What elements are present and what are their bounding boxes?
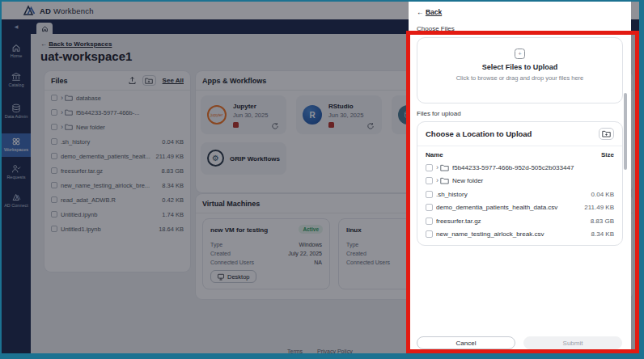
location-list: › f5b44233-5977-466b-952d-505c2b033447 ›… (417, 161, 622, 241)
submit-button[interactable]: Submit (523, 336, 622, 349)
file-name: demo_dementia_patients_health_data.csv (436, 204, 584, 211)
location-row[interactable]: .sh_history 0.04 KB (417, 188, 622, 201)
location-row[interactable]: › f5b44233-5977-466b-952d-505c2b033447 (417, 161, 622, 175)
row-checkbox[interactable] (426, 204, 433, 211)
screenshot-frame: AD Workbench ◀ Home (0, 0, 644, 359)
file-size: 8.34 KB (591, 230, 614, 238)
row-checkbox[interactable] (426, 191, 433, 198)
location-row[interactable]: new_name_testing_airlock_break.csv 8.34 … (417, 228, 622, 242)
file-size: 211.49 KB (584, 204, 614, 211)
file-size: 0.04 KB (591, 191, 614, 198)
arrow-left-icon: ← (417, 8, 424, 16)
file-name: New folder (452, 177, 614, 184)
cancel-button[interactable]: Cancel (417, 336, 515, 349)
folder-icon (440, 177, 449, 184)
chevron-right-icon[interactable]: › (436, 164, 439, 171)
file-name: .sh_history (436, 191, 591, 198)
location-row[interactable]: demo_dementia_patients_health_data.csv 2… (417, 201, 622, 215)
file-size: 8.83 GB (591, 218, 614, 225)
file-name: f5b44233-5977-466b-952d-505c2b033447 (452, 164, 614, 171)
file-upload-icon: + (515, 49, 525, 59)
new-folder-button[interactable] (599, 128, 614, 140)
column-name: Name (426, 151, 443, 158)
cancel-button-label: Cancel (456, 340, 477, 347)
row-checkbox[interactable] (426, 177, 433, 184)
dropzone-title: Select Files to Upload (417, 63, 622, 71)
file-name: freesurfer.tar.gz (436, 218, 591, 225)
folder-plus-icon (602, 130, 611, 137)
drawer-scrollbar[interactable] (624, 93, 627, 170)
files-for-upload-label: Files for upload (417, 110, 461, 117)
location-row[interactable]: › New folder (417, 175, 622, 188)
drawer-back-label: Back (426, 8, 442, 16)
row-checkbox[interactable] (426, 230, 433, 238)
row-checkbox[interactable] (426, 164, 433, 171)
location-card-title: Choose a Location to Upload (426, 129, 532, 138)
file-dropzone[interactable]: + Select Files to Upload Click to browse… (417, 37, 623, 103)
chevron-right-icon[interactable]: › (436, 177, 439, 184)
drawer-back-link[interactable]: ← Back (417, 8, 442, 16)
location-row[interactable]: freesurfer.tar.gz 8.83 GB (417, 214, 622, 228)
location-chooser-card: Choose a Location to Upload Name Size › (417, 121, 623, 246)
folder-icon (440, 164, 449, 171)
upload-drawer: ← Back Choose Files + Select Files to Up… (409, 2, 631, 353)
submit-button-label: Submit (563, 340, 583, 347)
dropzone-subtitle: Click to browse or drag and drop your fi… (417, 74, 622, 82)
file-name: new_name_testing_airlock_break.csv (436, 230, 591, 238)
column-size: Size (601, 151, 614, 158)
location-card-header: Choose a Location to Upload (417, 122, 622, 146)
location-list-columns: Name Size (417, 146, 622, 161)
row-checkbox[interactable] (426, 218, 433, 225)
choose-files-label: Choose Files (417, 25, 455, 32)
